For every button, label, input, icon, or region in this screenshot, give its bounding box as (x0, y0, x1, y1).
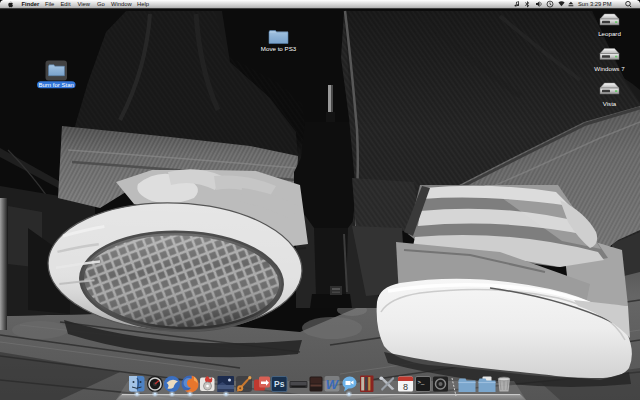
svg-text:>_: >_ (418, 379, 426, 385)
svg-text:W: W (326, 377, 340, 392)
svg-text:Ps: Ps (274, 379, 285, 389)
svg-text:8: 8 (403, 382, 408, 392)
